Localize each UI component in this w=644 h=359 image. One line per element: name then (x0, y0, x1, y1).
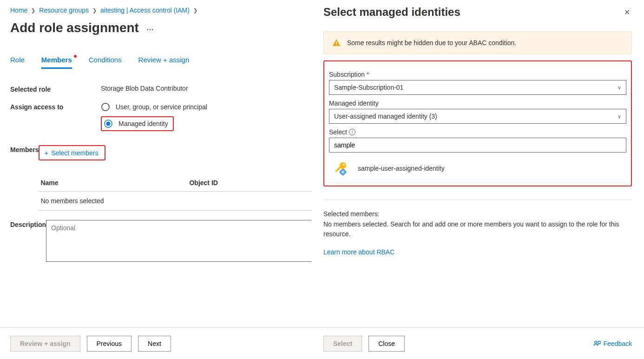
members-table: Name Object ID No members selected (39, 174, 336, 211)
selected-role-value: Storage Blob Data Contributor (101, 85, 311, 92)
select-members-label: Select members (51, 149, 98, 157)
blade-select-button: Select (323, 336, 362, 352)
feedback-label: Feedback (604, 340, 632, 347)
chevron-down-icon: ∨ (618, 113, 621, 120)
close-icon[interactable]: ✕ (622, 6, 632, 19)
identity-result[interactable]: sample-user-assigned-identity (329, 154, 626, 183)
learn-rbac-link[interactable]: Learn more about RBAC (323, 248, 394, 256)
radio-managed-identity[interactable]: Managed identity (101, 116, 174, 131)
select-search-input[interactable] (329, 138, 626, 153)
svg-point-2 (106, 122, 111, 126)
identity-result-name: sample-user-assigned-identity (358, 165, 445, 172)
svg-rect-9 (335, 170, 337, 172)
svg-point-7 (343, 164, 345, 166)
info-icon[interactable]: i (349, 129, 355, 135)
tab-members[interactable]: Members (41, 56, 72, 69)
feedback-icon (593, 340, 601, 347)
select-members-button[interactable]: + Select members (39, 145, 105, 160)
tab-conditions[interactable]: Conditions (89, 56, 122, 69)
members-label: Members (10, 145, 39, 153)
description-label: Description (10, 220, 46, 228)
managed-identity-select[interactable]: User-assigned managed identity (3) ∨ (329, 109, 626, 124)
members-empty-row: No members selected (39, 192, 336, 211)
breadcrumb-rg[interactable]: Resource groups (39, 7, 89, 14)
managed-identity-value: User-assigned managed identity (3) (334, 113, 437, 120)
subscription-select[interactable]: Sample-Subscription-01 ∨ (329, 80, 626, 95)
managed-identity-icon (334, 161, 348, 176)
selected-members-heading: Selected members: (323, 210, 632, 218)
chevron-right-icon: ❯ (193, 7, 197, 13)
plus-icon: + (44, 149, 48, 157)
review-assign-button: Review + assign (10, 336, 80, 352)
chevron-right-icon: ❯ (92, 7, 97, 13)
page-title: Add role assignment (10, 20, 139, 35)
radio-user-group-label: User, group, or service principal (116, 103, 207, 111)
radio-user-group[interactable]: User, group, or service principal (101, 102, 311, 112)
blade-footer: Select Close Feedback (311, 327, 644, 359)
subscription-label: Subscription (329, 71, 365, 78)
radio-unchecked-icon (101, 102, 110, 112)
left-footer: Review + assign Previous Next (0, 327, 311, 359)
divider (323, 199, 632, 200)
identity-form-highlight: Subscription * Sample-Subscription-01 ∨ … (323, 60, 632, 186)
breadcrumb-iam[interactable]: aitesting | Access control (IAM) (100, 7, 190, 14)
warning-text: Some results might be hidden due to your… (347, 39, 516, 47)
warning-icon (332, 39, 341, 47)
breadcrumb: Home ❯ Resource groups ❯ aitesting | Acc… (10, 7, 311, 14)
tab-members-label: Members (41, 56, 72, 64)
feedback-link[interactable]: Feedback (593, 340, 632, 347)
selected-role-label: Selected role (10, 85, 101, 93)
chevron-down-icon: ∨ (618, 85, 621, 91)
next-button[interactable]: Next (138, 336, 171, 352)
required-asterisk: * (367, 71, 369, 78)
tab-review[interactable]: Review + assign (138, 56, 190, 69)
blade-close-button[interactable]: Close (368, 336, 405, 352)
more-actions-icon[interactable]: … (146, 24, 154, 32)
svg-point-0 (102, 103, 109, 111)
select-managed-identities-blade: Select managed identities ✕ Some results… (311, 0, 644, 359)
chevron-right-icon: ❯ (31, 7, 35, 13)
tabs: Role Members Conditions Review + assign (10, 56, 311, 69)
svg-rect-5 (336, 45, 337, 46)
radio-managed-identity-label: Managed identity (118, 120, 168, 127)
svg-rect-4 (336, 41, 337, 44)
tab-role[interactable]: Role (10, 56, 25, 69)
assign-access-label: Assign access to (10, 102, 101, 111)
description-textarea[interactable] (46, 220, 343, 262)
breadcrumb-home[interactable]: Home (10, 7, 27, 14)
alert-dot-icon (74, 55, 77, 58)
warning-banner: Some results might be hidden due to your… (323, 32, 632, 54)
subscription-value: Sample-Subscription-01 (334, 84, 403, 91)
select-label: Select (329, 128, 347, 136)
previous-button[interactable]: Previous (87, 336, 131, 352)
managed-identity-label: Managed identity (329, 100, 379, 107)
col-name: Name (40, 179, 189, 186)
svg-point-11 (594, 341, 597, 343)
blade-title: Select managed identities (323, 6, 460, 19)
radio-checked-icon (104, 119, 113, 128)
selected-members-text: No members selected. Search for and add … (323, 219, 632, 239)
col-object-id: Object ID (189, 179, 217, 186)
